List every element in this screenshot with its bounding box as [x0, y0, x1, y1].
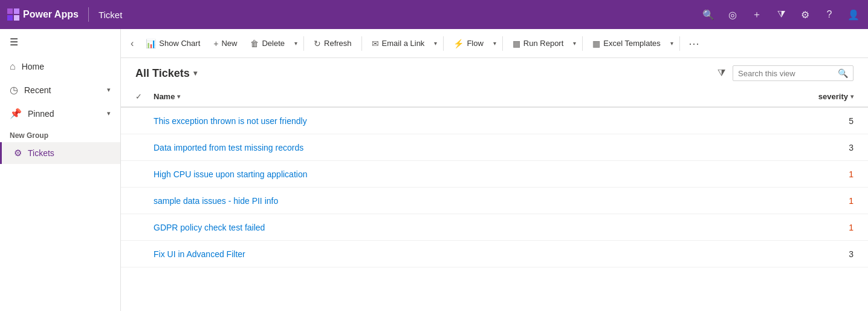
search-view-box: 🔍 [733, 65, 853, 81]
svg-rect-1 [14, 8, 19, 14]
table-row[interactable]: GDPR policy check test failed 1 [121, 214, 868, 241]
run-report-button[interactable]: ▦ Run Report [507, 35, 569, 52]
row-ticket-name[interactable]: This exception thrown is not user friend… [154, 116, 781, 126]
nav-title: Ticket [99, 10, 122, 20]
sidebar-item-pinned[interactable]: 📌 Pinned ▾ [0, 102, 120, 125]
more-options-button[interactable]: ⋯ [684, 33, 704, 54]
sidebar-item-tickets[interactable]: ⚙ Tickets [0, 142, 120, 164]
recent-chevron-icon: ▾ [107, 86, 111, 94]
toolbar-sep-6 [679, 36, 680, 51]
email-link-button[interactable]: ✉ Email a Link [366, 35, 431, 52]
hamburger-menu[interactable]: ☰ [0, 29, 120, 55]
row-ticket-name[interactable]: High CPU issue upon starting application [154, 169, 781, 179]
tickets-icon: ⚙ [14, 148, 22, 159]
search-input-icon[interactable]: 🔍 [838, 68, 848, 78]
toolbar-sep-1 [303, 36, 304, 51]
excel-chevron-button[interactable]: ▾ [668, 36, 676, 50]
toolbar-sep-2 [361, 36, 362, 51]
name-sort-icon: ▾ [177, 93, 180, 100]
filter-icon[interactable]: ⧩ [774, 7, 788, 22]
row-ticket-name[interactable]: Data imported from test missing records [154, 143, 781, 152]
refresh-button[interactable]: ↻ Refresh [308, 35, 358, 52]
back-button[interactable]: ‹ [126, 34, 138, 53]
recent-icon: ◷ [10, 84, 18, 96]
row-ticket-name[interactable]: GDPR policy check test failed [154, 223, 781, 232]
toolbar: ‹ 📊 Show Chart + New 🗑 Delete ▾ ↻ Refres… [121, 29, 868, 58]
pinned-chevron-icon: ▾ [107, 110, 111, 117]
delete-icon: 🗑 [250, 39, 259, 48]
excel-templates-button[interactable]: ▦ Excel Templates [586, 35, 666, 52]
chart-icon: 📊 [146, 39, 156, 48]
add-icon[interactable]: ＋ [750, 7, 764, 22]
view-header: All Tickets ▾ ⧩ 🔍 [121, 58, 868, 86]
row-ticket-name[interactable]: Fix UI in Advanced Filter [154, 249, 781, 259]
flow-icon: ⚡ [453, 39, 464, 48]
search-view-input[interactable] [738, 69, 834, 78]
toolbar-sep-4 [502, 36, 503, 51]
table-row[interactable]: This exception thrown is not user friend… [121, 108, 868, 134]
svg-rect-2 [14, 15, 19, 21]
show-chart-button[interactable]: 📊 Show Chart [140, 35, 206, 52]
sidebar-group-label: New Group [0, 125, 120, 142]
table-header: ✓ Name ▾ severity ▾ [121, 86, 868, 108]
email-chevron-button[interactable]: ▾ [432, 36, 439, 50]
brand-logo: Power Apps [7, 8, 79, 21]
flow-chevron-button[interactable]: ▾ [491, 36, 499, 50]
pin-icon: 📌 [10, 108, 22, 119]
flow-button[interactable]: ⚡ Flow [447, 35, 489, 52]
sidebar: ☰ ⌂ Home ◷ Recent ▾ 📌 Pinned ▾ New Group… [0, 29, 121, 311]
refresh-icon: ↻ [314, 39, 321, 48]
top-nav-icons: 🔍 ◎ ＋ ⧩ ⚙ ? 👤 [701, 7, 861, 22]
row-severity: 1 [781, 196, 853, 206]
table-row[interactable]: sample data issues - hide PII info 1 [121, 188, 868, 214]
row-severity: 1 [781, 169, 853, 179]
target-icon[interactable]: ◎ [725, 7, 740, 22]
table-row[interactable]: High CPU issue upon starting application… [121, 161, 868, 188]
sidebar-item-home[interactable]: ⌂ Home [0, 55, 120, 78]
row-severity: 3 [781, 249, 853, 259]
report-icon: ▦ [513, 39, 520, 48]
row-severity: 1 [781, 223, 853, 232]
new-button[interactable]: + New [207, 35, 243, 52]
nav-divider [88, 7, 89, 22]
row-severity: 5 [781, 116, 853, 126]
new-icon: + [213, 39, 218, 48]
severity-sort-icon: ▾ [850, 93, 853, 100]
main-content: ‹ 📊 Show Chart + New 🗑 Delete ▾ ↻ Refres… [121, 29, 868, 311]
name-column-header[interactable]: Name ▾ [154, 92, 781, 101]
severity-column-header[interactable]: severity ▾ [781, 92, 853, 101]
view-filter-icon[interactable]: ⧩ [715, 65, 728, 81]
check-column-header: ✓ [135, 92, 154, 101]
svg-rect-3 [7, 15, 13, 21]
help-icon[interactable]: ? [822, 7, 837, 22]
excel-icon: ▦ [592, 39, 600, 48]
toolbar-sep-5 [582, 36, 583, 51]
svg-rect-0 [7, 8, 13, 14]
settings-icon[interactable]: ⚙ [798, 7, 812, 22]
row-ticket-name[interactable]: sample data issues - hide PII info [154, 196, 781, 206]
data-table: ✓ Name ▾ severity ▾ This exception throw… [121, 86, 868, 311]
app-body: ☰ ⌂ Home ◷ Recent ▾ 📌 Pinned ▾ New Group… [0, 29, 868, 311]
row-severity: 3 [781, 143, 853, 152]
delete-chevron-button[interactable]: ▾ [292, 36, 300, 50]
view-title-chevron-icon: ▾ [193, 69, 197, 77]
run-report-chevron-button[interactable]: ▾ [571, 36, 578, 50]
user-icon[interactable]: 👤 [846, 7, 861, 22]
email-icon: ✉ [372, 39, 379, 48]
search-icon[interactable]: 🔍 [701, 7, 716, 22]
powerapps-icon [7, 8, 19, 21]
table-row[interactable]: Fix UI in Advanced Filter 3 [121, 241, 868, 267]
toolbar-sep-3 [443, 36, 444, 51]
delete-button[interactable]: 🗑 Delete [244, 35, 291, 52]
home-icon: ⌂ [10, 61, 16, 72]
sidebar-item-recent[interactable]: ◷ Recent ▾ [0, 78, 120, 102]
top-nav: Power Apps Ticket 🔍 ◎ ＋ ⧩ ⚙ ? 👤 [0, 0, 868, 29]
table-row[interactable]: Data imported from test missing records … [121, 134, 868, 161]
view-title[interactable]: All Tickets ▾ [135, 67, 197, 80]
